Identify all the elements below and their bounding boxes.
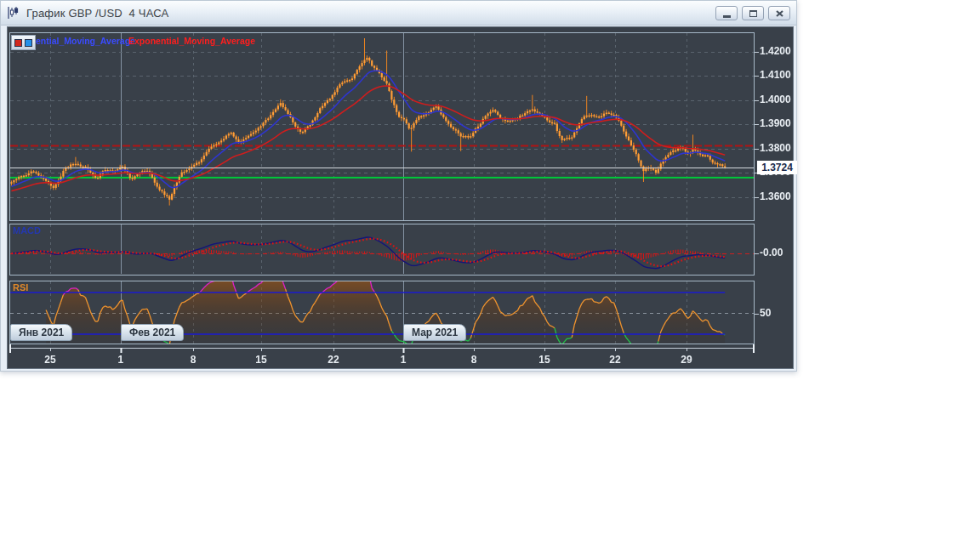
time-axis-label: 22 [609,354,620,366]
maximize-button[interactable] [742,6,764,20]
minimize-button[interactable] [715,6,738,20]
time-axis-label: 1 [401,354,407,366]
month-badge[interactable]: Мар 2021 [403,324,466,341]
time-axis-label: 29 [681,354,692,366]
macd-label: MACD [13,225,41,236]
chart-app-icon [6,5,21,20]
month-badge[interactable]: Фев 2021 [121,324,184,341]
price-axis-label: 1.3600 [760,190,791,202]
price-axis-label: 1.4000 [760,94,791,105]
time-axis-label: 15 [538,354,550,366]
price-chart-canvas[interactable] [8,27,793,368]
indicator-legend [11,35,36,50]
window-titlebar[interactable]: График GBP /USD 4 ЧАСА [1,1,796,26]
chart-area: ential_Moving_Average Exponential_Moving… [7,26,794,369]
rsi-axis-value: 50 [760,307,771,319]
minimize-icon [723,15,731,18]
time-axis-label: 8 [191,354,197,366]
time-axis-label: 22 [328,354,339,366]
price-axis-label: 1.4200 [760,45,791,57]
ema-blue-swatch-button[interactable] [25,39,32,47]
ema-red-swatch-button[interactable] [14,39,22,47]
window-title: График GBP /USD 4 ЧАСА [26,7,168,20]
maximize-icon [749,10,757,17]
month-badge[interactable]: Янв 2021 [10,324,72,341]
window-controls [715,6,790,20]
current-price-tag: 1.3724 [757,161,797,174]
ema-slow-legend-label: Exponential_Moving_Average [128,36,255,46]
desktop: График GBP /USD 4 ЧАСА ential_Moving_Ave… [0,0,980,551]
time-axis-label: 1 [118,354,124,366]
price-axis-label: 1.3900 [760,117,791,129]
rsi-label: RSI [13,282,28,293]
macd-axis-value: -0.00 [760,247,783,258]
close-button[interactable] [768,6,790,20]
price-axis-label: 1.4100 [760,69,791,81]
time-axis-label: 15 [255,354,266,366]
price-axis-label: 1.3800 [760,142,791,154]
time-axis-label: 8 [471,354,477,366]
time-axis-label: 25 [44,354,55,366]
chart-window: График GBP /USD 4 ЧАСА ential_Moving_Ave… [0,0,797,372]
close-icon [776,10,783,17]
ema-fast-legend-label: ential_Moving_Average [36,36,135,46]
